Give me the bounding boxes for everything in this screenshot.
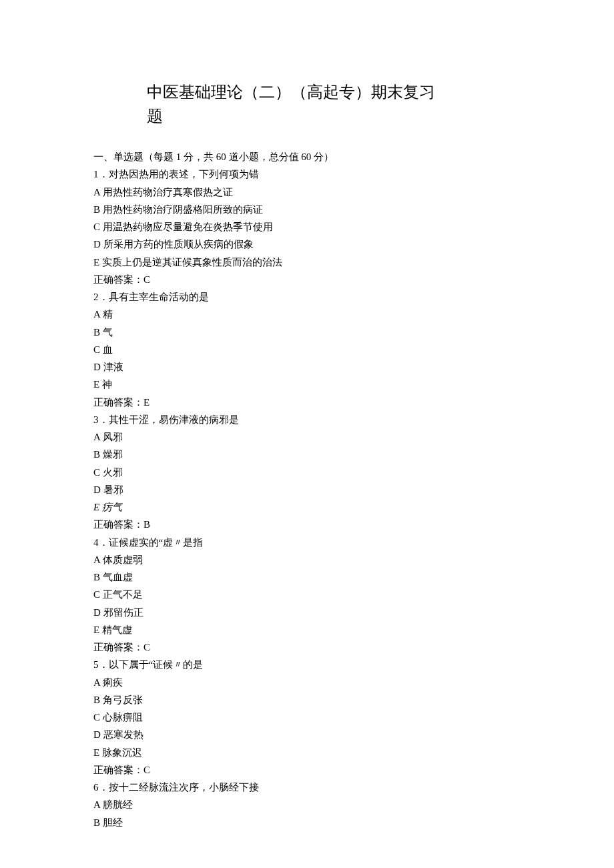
question-stem: 5．以下属于“证候〃的是 <box>93 656 521 673</box>
question-stem-text: ．证候虚实的“虚〃是指 <box>99 537 204 548</box>
option-key: E <box>93 257 99 268</box>
question-stem: 1．对热因热用的表述，下列何项为错 <box>93 165 521 183</box>
question-stem-text: ．其性干涩，易伤津液的病邪是 <box>99 414 239 425</box>
option-line: A 用热性药物治疗真寒假热之证 <box>93 183 521 201</box>
option-key: A <box>93 677 100 688</box>
option-line: E 精气虚 <box>93 621 521 638</box>
section-header: 一、单选题（每题 1 分，共 60 道小题，总分值 60 分） <box>93 148 521 165</box>
option-line: B 用热性药物治疗阴盛格阳所致的病证 <box>93 201 521 218</box>
option-text: 用热性药物治疗阴盛格阳所致的病证 <box>100 204 263 215</box>
answer-label: 正确答案： <box>93 274 143 285</box>
option-line: E 实质上仍是逆其证候真象性质而治的治法 <box>93 254 521 271</box>
option-text: 燥邪 <box>100 449 123 460</box>
option-line: A 风邪 <box>93 428 521 446</box>
option-line: C 正气不足 <box>93 586 521 603</box>
option-text: 角弓反张 <box>100 695 143 705</box>
answer-line: 正确答案：C <box>93 271 521 288</box>
option-key: A <box>93 187 100 197</box>
option-line: D 津液 <box>93 358 521 376</box>
question-number: 5 <box>93 659 99 670</box>
option-line: A 体质虚弱 <box>93 551 521 568</box>
option-text: 实质上仍是逆其证候真象性质而治的治法 <box>99 257 282 268</box>
option-text: 精 <box>100 309 113 320</box>
option-text: 精气虚 <box>99 624 132 635</box>
option-text: 恶寒发热 <box>101 729 143 740</box>
question-number: 6 <box>93 782 99 793</box>
page-title: 中医基础理论（二）（高起专）期末复习题 <box>147 80 440 128</box>
option-line: D 暑邪 <box>93 481 521 498</box>
option-text: 脉象沉迟 <box>99 747 142 758</box>
option-key: A <box>93 309 100 320</box>
option-line: C 血 <box>93 341 521 358</box>
question-stem-text: ．按十二经脉流注次序，小肠经下接 <box>99 782 259 793</box>
option-key: C <box>93 222 100 232</box>
option-key: B <box>93 572 100 582</box>
option-text: 所采用方药的性质顺从疾病的假象 <box>101 239 254 250</box>
answer-line: 正确答案：C <box>93 638 521 656</box>
option-key: D <box>93 239 101 250</box>
option-text: 气血虚 <box>100 572 133 582</box>
option-line: D 邪留伤正 <box>93 604 521 621</box>
question-stem: 3．其性干涩，易伤津液的病邪是 <box>93 411 521 428</box>
option-key: D <box>93 362 101 372</box>
question-stem-text: ．以下属于“证候〃的是 <box>99 659 204 670</box>
option-key: D <box>93 484 101 495</box>
option-line: B 燥邪 <box>93 446 521 463</box>
option-text: 心脉痹阻 <box>100 712 143 723</box>
option-text: 津液 <box>101 362 123 372</box>
option-line: C 火邪 <box>93 464 521 481</box>
question-number: 3 <box>93 414 99 425</box>
answer-value: E <box>143 397 149 408</box>
option-line: C 心脉痹阻 <box>93 709 521 726</box>
option-key: E <box>93 624 99 635</box>
option-key: E <box>93 502 99 512</box>
option-text: 风邪 <box>100 432 123 442</box>
option-key: B <box>93 695 100 705</box>
option-line: A 痢疾 <box>93 674 521 691</box>
option-key: A <box>93 432 100 442</box>
option-line: E 疠气 <box>93 498 521 516</box>
option-text: 痢疾 <box>100 677 123 688</box>
answer-value: B <box>143 519 150 530</box>
question-number: 4 <box>93 537 99 548</box>
question-stem: 2．具有主宰生命活动的是 <box>93 288 521 306</box>
option-text: 火邪 <box>100 467 123 478</box>
option-text: 用温热药物应尽量避免在炎热季节使用 <box>100 222 273 232</box>
option-text: 邪留伤正 <box>101 607 143 618</box>
answer-label: 正确答案： <box>93 519 143 530</box>
option-text: 胆经 <box>100 817 123 828</box>
option-text: 气 <box>100 327 113 338</box>
document-page: 中医基础理论（二）（高起专）期末复习题 一、单选题（每题 1 分，共 60 道小… <box>0 0 614 868</box>
option-key: A <box>93 799 100 810</box>
option-key: B <box>93 817 100 828</box>
option-line: E 神 <box>93 376 521 393</box>
option-text: 血 <box>100 344 113 355</box>
option-text: 暑邪 <box>101 484 123 495</box>
answer-line: 正确答案：E <box>93 394 521 411</box>
option-text: 正气不足 <box>100 589 143 600</box>
question-stem: 6．按十二经脉流注次序，小肠经下接 <box>93 779 521 796</box>
option-text: 用热性药物治疗真寒假热之证 <box>100 187 233 197</box>
option-key: C <box>93 589 100 600</box>
answer-label: 正确答案： <box>93 642 143 653</box>
option-line: B 气 <box>93 324 521 341</box>
option-line: E 脉象沉迟 <box>93 744 521 761</box>
answer-line: 正确答案：B <box>93 516 521 533</box>
option-text: 膀胱经 <box>100 799 133 810</box>
option-key: E <box>93 379 99 390</box>
option-key: B <box>93 327 100 338</box>
answer-value: C <box>143 765 150 775</box>
answer-value: C <box>143 274 150 285</box>
question-stem: 4．证候虚实的“虚〃是指 <box>93 534 521 551</box>
answer-label: 正确答案： <box>93 765 143 775</box>
option-text: 体质虚弱 <box>100 554 143 565</box>
option-key: C <box>93 467 100 478</box>
option-key: A <box>93 554 100 565</box>
option-line: D 恶寒发热 <box>93 726 521 743</box>
option-key: E <box>93 747 99 758</box>
option-key: B <box>93 449 100 460</box>
option-key: D <box>93 607 101 618</box>
answer-label: 正确答案： <box>93 397 143 408</box>
option-line: A 精 <box>93 306 521 323</box>
option-line: B 角弓反张 <box>93 691 521 709</box>
